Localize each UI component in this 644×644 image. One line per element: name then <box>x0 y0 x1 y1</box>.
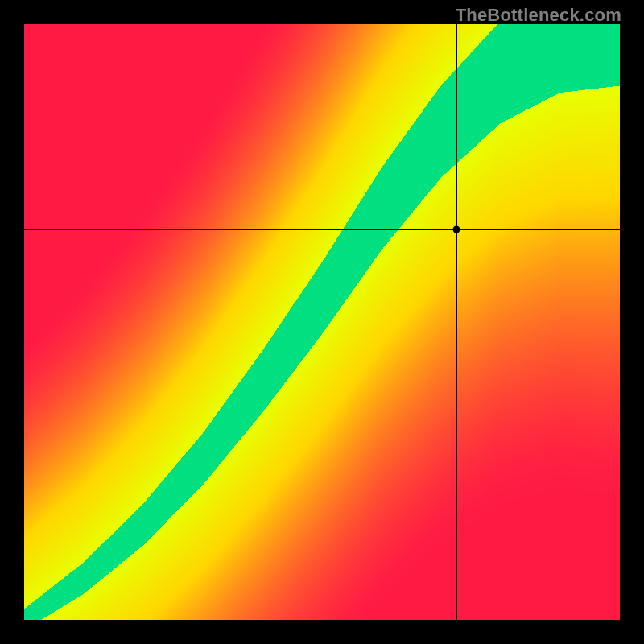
chart-frame: TheBottleneck.com <box>0 0 644 644</box>
crosshair-vertical <box>456 24 457 620</box>
target-marker <box>452 226 460 233</box>
heatmap-plot <box>24 24 620 620</box>
crosshair-horizontal <box>24 229 620 230</box>
watermark-text: TheBottleneck.com <box>456 5 621 26</box>
heatmap-canvas <box>24 24 620 620</box>
